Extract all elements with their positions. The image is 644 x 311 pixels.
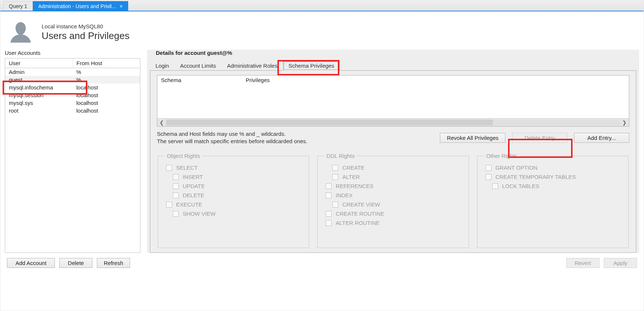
tab-login[interactable]: Login (150, 61, 175, 71)
scroll-right-icon[interactable]: ❯ (622, 120, 627, 126)
chk-update[interactable] (173, 183, 179, 189)
tab-label: Administration - Users and Privil... (38, 3, 116, 9)
chk-lock-tables[interactable] (492, 183, 498, 189)
close-icon[interactable]: × (120, 3, 123, 9)
horizontal-scrollbar[interactable]: ❮ ❯ (157, 118, 629, 126)
add-account-button[interactable]: Add Account (7, 258, 55, 268)
user-accounts-list[interactable]: User From Host Admin% guest% mysql.infos… (5, 58, 140, 253)
user-row: mysql.syslocalhost (5, 99, 140, 107)
chk-create-view[interactable] (332, 202, 338, 208)
user-row: rootlocalhost (5, 107, 140, 114)
object-rights-group: Object Rights SELECT INSERT UPDATE DELET… (158, 153, 309, 248)
chk-alter-routine[interactable] (326, 220, 332, 226)
chk-grant-option[interactable] (486, 165, 491, 171)
chk-execute[interactable] (166, 202, 172, 208)
user-accounts-label: User Accounts (5, 50, 140, 56)
user-row: guest% (5, 76, 140, 84)
page-header: Local instance MySQL80 Users and Privile… (0, 11, 644, 50)
chk-references[interactable] (326, 183, 332, 189)
page-title: Users and Privileges (42, 30, 129, 42)
scroll-left-icon[interactable]: ❮ (160, 120, 164, 126)
tab-schema-privileges[interactable]: Schema Privileges (283, 61, 340, 71)
chk-alter[interactable] (332, 174, 338, 180)
tab-query-1[interactable]: Query 1 (3, 1, 33, 11)
delete-account-button[interactable]: Delete (59, 258, 92, 268)
revoke-all-button[interactable]: Revoke All Privileges (440, 133, 505, 143)
revert-button[interactable]: Revert (566, 258, 599, 268)
chk-insert[interactable] (173, 174, 179, 180)
ddl-rights-group: DDL Rights CREATE ALTER REFERENCES INDEX… (317, 153, 469, 248)
user-row: Admin% (5, 68, 140, 76)
tab-account-limits[interactable]: Account Limits (175, 61, 222, 71)
chk-create-routine[interactable] (326, 211, 332, 217)
col-header-host[interactable]: From Host (73, 59, 140, 68)
ddl-rights-legend: DDL Rights (324, 153, 357, 159)
schema-grid-body[interactable] (157, 85, 629, 118)
delete-entry-button[interactable]: Delete Entry (512, 133, 567, 143)
chk-select[interactable] (166, 165, 172, 171)
chk-index[interactable] (326, 192, 332, 198)
chk-create-temp-tables[interactable] (486, 174, 491, 180)
other-rights-legend: Other Rights (484, 153, 519, 159)
user-silhouette-icon (7, 19, 34, 46)
schema-privileges-grid[interactable]: Schema Privileges ❮ ❯ (157, 75, 629, 127)
user-row: mysql.sessionlocalhost (5, 91, 140, 99)
details-title: Details for account guest@% (147, 50, 639, 59)
bottom-button-bar: Add Account Delete Refresh Revert Apply (0, 253, 644, 268)
tab-administration-users[interactable]: Administration - Users and Privil... × (33, 1, 128, 11)
wildcard-help-text: Schema and Host fields may use % and _ w… (157, 130, 308, 145)
other-rights-group: Other Rights GRANT OPTION CREATE TEMPORA… (477, 153, 629, 248)
col-header-user[interactable]: User (5, 59, 73, 68)
chk-create[interactable] (332, 165, 338, 171)
user-row: mysql.infoschemalocalhost (5, 84, 140, 91)
refresh-button[interactable]: Refresh (97, 258, 130, 268)
col-header-privileges[interactable]: Privileges (242, 75, 273, 85)
instance-name: Local instance MySQL80 (42, 23, 129, 29)
chk-delete[interactable] (173, 192, 179, 198)
chk-show-view[interactable] (173, 211, 179, 217)
col-header-schema[interactable]: Schema (157, 75, 242, 85)
apply-button[interactable]: Apply (604, 258, 637, 268)
details-panel: Details for account guest@% Login Accoun… (147, 50, 639, 253)
tab-administrative-roles[interactable]: Administrative Roles (221, 61, 283, 71)
details-tabs: Login Account Limits Administrative Role… (147, 59, 639, 71)
user-accounts-panel: User Accounts User From Host Admin% gues… (5, 50, 140, 253)
add-entry-button[interactable]: Add Entry... (574, 133, 629, 143)
document-tabs-row: Query 1 Administration - Users and Privi… (0, 0, 644, 11)
tab-label: Query 1 (9, 3, 27, 9)
object-rights-legend: Object Rights (165, 153, 202, 159)
